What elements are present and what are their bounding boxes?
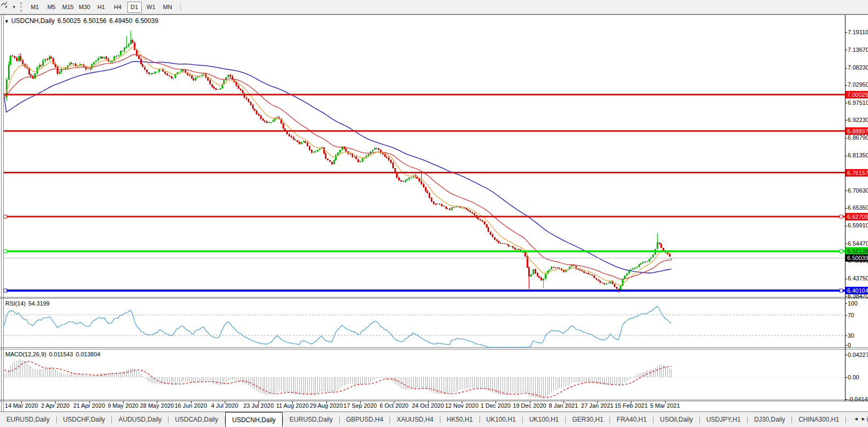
date-axis-label: 16 Jun 2020 xyxy=(174,402,207,409)
chart-tab-FRA40-H1[interactable]: FRA40,H1 xyxy=(610,412,653,427)
chart-tab-DJ30-Daily[interactable]: DJ30,Daily xyxy=(748,412,791,427)
crosshair-tool-icon[interactable] xyxy=(3,2,12,12)
timeframe-button-M5[interactable]: M5 xyxy=(44,2,59,13)
price-line-label-6-50039: 6.50039 xyxy=(846,254,868,262)
price-axis-tick: 6.92230 xyxy=(848,117,868,123)
date-axis-label: 5 Mar 2021 xyxy=(650,402,680,409)
date-axis-label: 19 Dec 2020 xyxy=(513,402,546,409)
rsi-name: RSI(14) xyxy=(5,300,26,307)
chart-tab-USOil-Daily[interactable]: USOil,Daily xyxy=(653,412,699,427)
date-axis-label: 21 Apr 2020 xyxy=(73,402,105,409)
timeframe-buttons: M1M5M15M30H1H4D1W1MN xyxy=(27,2,176,13)
collapse-triangle-icon[interactable]: ▼ xyxy=(4,19,9,24)
price-axis-tick: 6.54470 xyxy=(848,240,868,247)
date-axis-label: 4 Jul 2020 xyxy=(211,402,238,409)
price-axis-tick: 6.86790 xyxy=(848,134,868,141)
macd-axis-tick: 0.00 xyxy=(848,374,859,380)
chart-tab-GBPUSD-H4[interactable]: GBPUSD,H4 xyxy=(340,412,390,427)
chart-tab-USDCNH-Daily[interactable]: USDCNH,Daily xyxy=(225,412,283,427)
macd-axis-tick: -0.04148 xyxy=(848,396,868,402)
date-axis-label: 15 Feb 2021 xyxy=(615,402,648,409)
chart-tab-USDJPY-H1[interactable]: USDJPY,H1 xyxy=(700,412,747,427)
date-axis-label: 6 Oct 2020 xyxy=(379,402,408,409)
price-axis-tick: 7.08230 xyxy=(848,64,868,71)
date-axis-label: 28 May 2020 xyxy=(140,402,174,409)
tool-dropdown-caret-icon[interactable]: ▾ xyxy=(13,4,16,10)
tab-scroll-right-icon[interactable]: ▸ xyxy=(862,415,865,422)
date-axis-label: 1 Dec 2020 xyxy=(481,402,511,409)
date-axis-label: 24 Oct 2020 xyxy=(412,402,444,409)
tab-scroll-arrows: ◂ ▸ xyxy=(853,415,866,422)
ohlc-open: 6.50025 xyxy=(57,17,80,25)
timeframes-toolbar: ▾ M1M5M15M30H1H4D1W1MN xyxy=(0,0,868,14)
chart-tab-USDCHF-Daily[interactable]: USDCHF,Daily xyxy=(57,412,112,427)
price-axis-tick: 6.97510 xyxy=(848,100,868,106)
price-axis-tick: 7.13670 xyxy=(848,47,868,53)
date-axis-label: 9 May 2020 xyxy=(108,402,138,409)
chart-tab-AUDUSD-Daily[interactable]: AUDUSD,Daily xyxy=(112,412,168,427)
chart-tab-GER30-H1[interactable]: GER30,H1 xyxy=(566,412,610,427)
date-axis-label: 27 Jan 2021 xyxy=(581,402,614,409)
chart-tab-CHINA300-H1[interactable]: CHINA300,H1 xyxy=(792,412,846,427)
date-axis-label: 2 Apr 2020 xyxy=(41,402,70,409)
chart-tab-UK100-H1[interactable]: UK100,H1 xyxy=(480,412,522,427)
chart-ohlc-header: ▼USDCNH,Daily6.500256.501566.494506.5003… xyxy=(4,17,161,25)
chart-title: USDCNH,Daily xyxy=(11,17,55,25)
macd-name: MACD(12,26,9) xyxy=(5,351,46,357)
chart-tab-USDCAD-Daily[interactable]: USDCAD,Daily xyxy=(169,412,225,427)
chart-tab-EURUSD-Daily[interactable]: EURUSD,Daily xyxy=(283,412,339,427)
rsi-axis-tick: 70 xyxy=(848,312,854,318)
timeframe-button-M1[interactable]: M1 xyxy=(28,2,42,13)
price-axis-tick: 7.19110 xyxy=(848,29,868,35)
price-line-label-6-88897: 6.88897 xyxy=(846,127,868,135)
timeframe-button-M30[interactable]: M30 xyxy=(78,2,92,13)
tab-scroll-left-icon[interactable]: ◂ xyxy=(855,415,858,422)
macd-signal-value: 0.013804 xyxy=(76,351,101,357)
price-axis-tick: 7.02950 xyxy=(848,81,868,88)
price-line-label-7-00029: 7.00029 xyxy=(846,91,868,98)
macd-axis-tick: 0.042275 xyxy=(848,352,868,358)
ohlc-close: 6.50039 xyxy=(135,17,158,25)
chart-tab-XAUUSD-H4[interactable]: XAUUSD,H4 xyxy=(390,412,440,427)
rsi-value: 54.3199 xyxy=(28,300,50,307)
rsi-indicator-label: RSI(14)54.3199 xyxy=(5,300,52,307)
chart-tab-HK50-H1[interactable]: HK50,H1 xyxy=(440,412,479,427)
date-axis-label: 8 Jan 2021 xyxy=(549,402,578,409)
timeframe-button-W1[interactable]: W1 xyxy=(144,2,158,13)
timeframe-button-D1[interactable]: D1 xyxy=(127,2,142,13)
chart-tab-UK100-H1[interactable]: UK100,H1 xyxy=(523,412,565,427)
price-axis-tick: 6.65350 xyxy=(848,204,868,211)
date-axis-label: 29 Aug 2020 xyxy=(310,402,343,409)
timeframe-button-H1[interactable]: H1 xyxy=(94,2,109,13)
price-axis-tick: 6.70630 xyxy=(848,187,868,194)
macd-indicator-label: MACD(12,26,9)0.0115430.013804 xyxy=(5,351,103,357)
macd-main-value: 0.011543 xyxy=(49,351,73,357)
toolbar-grip[interactable] xyxy=(20,2,22,12)
rsi-axis-tick: 100 xyxy=(848,300,857,307)
timeframe-button-MN[interactable]: MN xyxy=(161,2,175,13)
rsi-axis-tick: 0 xyxy=(848,342,851,348)
timeframe-button-H4[interactable]: H4 xyxy=(111,2,125,13)
price-line-label-6-40104: 6.40104 xyxy=(846,287,868,294)
rsi-axis-tick: 30 xyxy=(848,332,854,339)
toolbar-separator xyxy=(180,2,181,12)
date-axis-label: 23 Jul 2020 xyxy=(243,402,274,409)
terminal-window: ▾ M1M5M15M30H1H4D1W1MN ▼USDCNH,Daily6.50… xyxy=(0,0,868,427)
price-line-label-6-62709: 6.62709 xyxy=(846,213,868,220)
price-axis-tick: 6.81350 xyxy=(848,152,868,158)
date-axis-label: 17 Sep 2020 xyxy=(344,402,377,409)
chart-tab-EURUSD-Daily[interactable]: EURUSD,Daily xyxy=(0,412,56,427)
crosshair-tool-glyph xyxy=(0,0,9,9)
date-axis-label: 11 Aug 2020 xyxy=(276,402,309,409)
ohlc-low: 6.49450 xyxy=(109,17,132,25)
date-axis-label: 14 Mar 2020 xyxy=(5,402,38,409)
chart-tab-bar: EURUSD,DailyUSDCHF,DailyAUDUSD,DailyUSDC… xyxy=(0,412,868,427)
price-axis-tick: 6.43750 xyxy=(848,275,868,281)
ohlc-high: 6.50156 xyxy=(83,17,106,25)
timeframe-button-M15[interactable]: M15 xyxy=(61,2,75,13)
date-axis-label: 12 Nov 2020 xyxy=(445,402,478,409)
price-axis-tick: 6.59910 xyxy=(848,222,868,228)
price-line-label-6-76157: 6.76157 xyxy=(846,169,868,177)
